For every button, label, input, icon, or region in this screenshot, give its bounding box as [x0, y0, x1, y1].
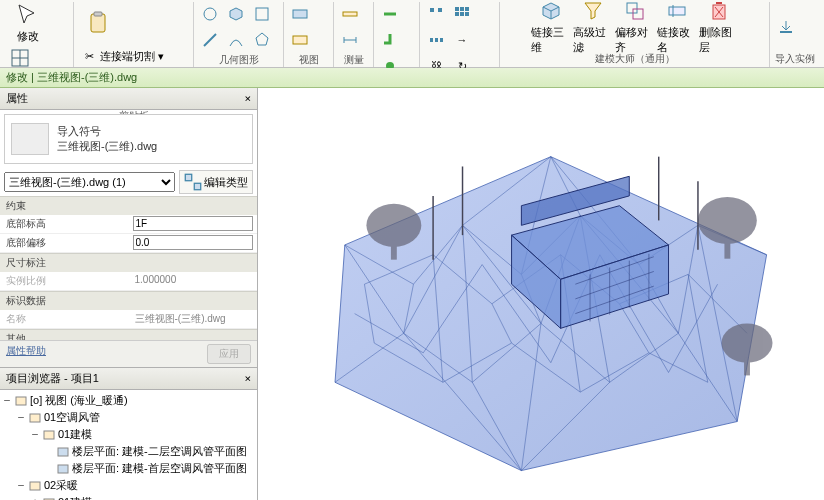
arr-btn-1[interactable] [424, 2, 448, 26]
prop-category[interactable]: 约束 [0, 196, 257, 215]
model-mesh [258, 88, 824, 500]
svg-rect-5 [94, 12, 102, 16]
svg-rect-27 [627, 3, 637, 13]
property-grid: 约束 底部标高 底部偏移 尺寸标注 实例比例 1.000000 标识数据 名称 … [0, 196, 257, 340]
properties-close-button[interactable]: × [244, 92, 251, 105]
edit-type-button[interactable]: 编辑类型 [179, 170, 253, 194]
arc-icon [227, 31, 245, 49]
dim-icon [341, 31, 359, 49]
group-label: 测量 [338, 52, 369, 68]
geom-btn-1[interactable] [198, 2, 222, 26]
base-offset-input[interactable] [133, 235, 254, 250]
properties-title: 属性 [6, 91, 28, 106]
arr-btn-4[interactable]: → [450, 28, 474, 52]
adv-filter-button[interactable]: 高级过滤 [573, 6, 613, 48]
svg-rect-23 [465, 12, 469, 16]
tree-twisty[interactable]: − [30, 428, 40, 441]
funnel-icon [581, 0, 605, 23]
tree-node[interactable]: −02采暖 [2, 477, 255, 494]
arr-btn-2[interactable] [450, 2, 474, 26]
create-btn-1[interactable] [378, 2, 402, 26]
grid9-icon [453, 5, 471, 23]
delete-icon [707, 0, 731, 23]
link3d-button[interactable]: 链接三维 [531, 6, 571, 48]
folder-icon [43, 497, 55, 501]
tree-label: 01空调风管 [44, 410, 100, 425]
properties-help-link[interactable]: 属性帮助 [6, 344, 46, 364]
browser-close-button[interactable]: × [244, 372, 251, 385]
svg-rect-25 [435, 38, 438, 42]
view-btn-2[interactable] [288, 28, 312, 52]
geom-btn-4[interactable] [198, 28, 222, 52]
plan-icon [57, 463, 69, 475]
tree-node[interactable]: +01建模 [2, 494, 255, 500]
del-layer-button[interactable]: 删除图层 [699, 6, 739, 48]
prop-category[interactable]: 尺寸标注 [0, 253, 257, 272]
type-thumbnail [11, 123, 49, 155]
instance-select[interactable]: 三维视图-(三维).dwg (1) [4, 172, 175, 192]
3d-viewport[interactable] [258, 88, 824, 500]
svg-rect-18 [455, 7, 459, 11]
prop-toggle-button[interactable] [8, 46, 32, 70]
group-label: 建模大师（通用） [504, 51, 765, 67]
properties-header: 属性 × [0, 88, 257, 110]
svg-rect-42 [58, 465, 68, 473]
scale-value: 1.000000 [133, 273, 254, 286]
svg-line-8 [204, 34, 216, 46]
tree-node[interactable]: −[o] 视图 (海业_暖通) [2, 392, 255, 409]
geom-btn-6[interactable] [250, 28, 274, 52]
prop-category[interactable]: 标识数据 [0, 291, 257, 310]
svg-rect-21 [455, 12, 459, 16]
svg-rect-39 [30, 414, 40, 422]
activate-icon [201, 5, 219, 23]
paste-button[interactable] [78, 2, 118, 44]
geom-btn-2[interactable] [224, 2, 248, 26]
folder-icon [29, 480, 41, 492]
geom-btn-3[interactable] [250, 2, 274, 26]
svg-rect-7 [256, 8, 268, 20]
join-cut-button[interactable]: ✂连接端切割 ▾ [78, 46, 166, 66]
create-btn-2[interactable] [378, 28, 402, 52]
tree-twisty[interactable]: − [16, 479, 26, 492]
offset-align-button[interactable]: 偏移对齐 [615, 6, 655, 48]
apply-button[interactable]: 应用 [207, 344, 251, 364]
link-rename-button[interactable]: 链接改名 [657, 6, 697, 48]
modify-button[interactable]: 修改 [8, 2, 48, 44]
tree-node[interactable]: −01空调风管 [2, 409, 255, 426]
array-icon [427, 31, 445, 49]
svg-rect-9 [293, 10, 307, 18]
elbow-icon [381, 31, 399, 49]
tree-node[interactable]: 楼层平面: 建模-首层空调风管平面图 [2, 460, 255, 477]
tree-label: 楼层平面: 建模-二层空调风管平面图 [72, 444, 247, 459]
geom-btn-5[interactable] [224, 28, 248, 52]
svg-rect-17 [438, 8, 442, 12]
prop-category[interactable]: 其他 [0, 329, 257, 340]
group-label: 导入实例 [774, 51, 816, 67]
offset-icon [623, 0, 647, 23]
svg-rect-55 [724, 237, 730, 259]
prop-row: 底部偏移 [0, 234, 257, 253]
view-btn-1[interactable] [288, 2, 312, 26]
base-level-input[interactable] [133, 216, 254, 231]
import-btn[interactable] [774, 15, 798, 39]
svg-rect-28 [633, 9, 643, 19]
edit-type-icon [184, 173, 202, 191]
type-name: 三维视图-(三维).dwg [57, 139, 246, 154]
align-icon [427, 5, 445, 23]
tree-twisty[interactable]: − [2, 394, 12, 407]
project-tree[interactable]: −[o] 视图 (海业_暖通)−01空调风管−01建模楼层平面: 建模-二层空调… [0, 390, 257, 500]
svg-rect-16 [430, 8, 434, 12]
tree-node[interactable]: −01建模 [2, 426, 255, 443]
context-tab-bar: 修改 | 三维视图-(三维).dwg [0, 68, 824, 88]
dim-btn[interactable] [338, 28, 362, 52]
arr-btn-3[interactable] [424, 28, 448, 52]
shape-icon [253, 5, 271, 23]
cube3d-icon [539, 0, 563, 23]
svg-rect-29 [669, 7, 685, 15]
tree-node[interactable]: 楼层平面: 建模-二层空调风管平面图 [2, 443, 255, 460]
measure-btn[interactable] [338, 2, 362, 26]
type-selector[interactable]: 导入符号 三维视图-(三维).dwg [4, 114, 253, 164]
tree-twisty[interactable]: + [30, 496, 40, 500]
svg-rect-40 [44, 431, 54, 439]
tree-twisty[interactable]: − [16, 411, 26, 424]
